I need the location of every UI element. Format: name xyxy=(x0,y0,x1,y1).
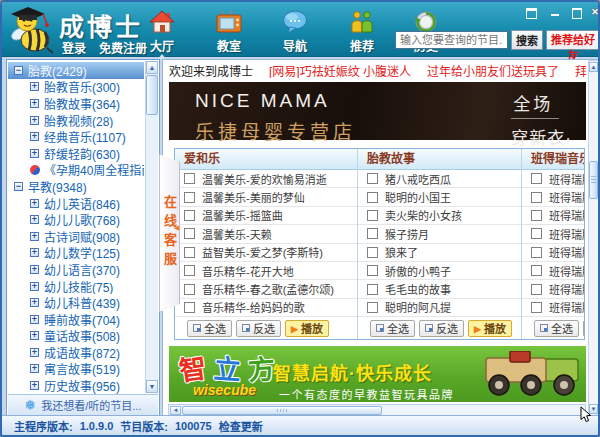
expand-icon[interactable]: + xyxy=(30,82,39,91)
vertical-scrollbar[interactable] xyxy=(588,60,599,416)
item-checkbox[interactable] xyxy=(184,247,195,258)
tree-item[interactable]: +幼儿语言(370) xyxy=(8,261,144,278)
tree-item[interactable]: +胎教视频(28) xyxy=(8,112,144,129)
playlist-item[interactable]: 班得瑞胎教 xyxy=(522,299,585,317)
tree-item[interactable]: +古诗词赋(908) xyxy=(8,228,144,245)
playlist-item[interactable]: 聪明的小国王 xyxy=(358,188,521,206)
item-checkbox[interactable] xyxy=(184,173,195,184)
vscrollbar-thumb[interactable] xyxy=(589,161,598,199)
marquee-ad-link[interactable]: 拜年小节目,意外的感觉 xyxy=(575,63,586,78)
playlist-item[interactable]: 音乐精华-给妈妈的歌 xyxy=(175,299,357,317)
expand-icon[interactable]: + xyxy=(30,99,39,108)
tree-item[interactable]: 《孕期40周全程指南》 xyxy=(8,162,144,179)
nav-item-classroom[interactable]: 教室 xyxy=(205,8,253,54)
scroll-up-icon[interactable] xyxy=(146,61,158,74)
item-checkbox[interactable] xyxy=(184,210,195,221)
item-checkbox[interactable] xyxy=(367,284,378,295)
expand-icon[interactable]: + xyxy=(30,381,39,390)
select-all-button[interactable]: 全选 xyxy=(187,320,232,337)
search-input[interactable] xyxy=(395,31,508,49)
item-checkbox[interactable] xyxy=(531,284,542,295)
tree-item[interactable]: +幼儿数学(125) xyxy=(8,245,144,262)
item-checkbox[interactable] xyxy=(184,228,195,239)
select-all-button[interactable]: 全选 xyxy=(370,320,415,337)
tree-item[interactable]: +童话故事(508) xyxy=(8,328,144,345)
playlist-item[interactable]: 温馨美乐-摇篮曲 xyxy=(175,207,357,225)
select-all-button[interactable]: 全选 xyxy=(534,320,579,337)
scroll-down-icon[interactable] xyxy=(146,380,158,393)
playlist-item[interactable]: 卖火柴的小女孩 xyxy=(358,207,521,225)
playlist-item[interactable]: 班得瑞胎教 xyxy=(522,262,585,280)
scroll-left-icon[interactable] xyxy=(170,406,181,415)
item-checkbox[interactable] xyxy=(184,302,195,313)
item-checkbox[interactable] xyxy=(184,284,195,295)
tab-collapse-arrow-icon[interactable] xyxy=(174,224,179,232)
tree-item[interactable]: +睡前故事(704) xyxy=(8,311,144,328)
playlist-item[interactable]: 音乐精华-春之歌(孟德尔颂) xyxy=(175,280,357,298)
playlist-item[interactable]: 班得瑞胎教 xyxy=(522,207,585,225)
item-checkbox[interactable] xyxy=(531,210,542,221)
recommend-to-friends-button[interactable]: 推荐给好友 xyxy=(546,30,600,50)
invert-selection-button[interactable]: 反选 xyxy=(583,320,585,337)
top-ad-banner[interactable]: NICE MAMA 乐捷母婴专营店 全场 穿新衣· xyxy=(169,82,586,140)
marquee-ad-link[interactable]: 过年给小朋友们送玩具了 xyxy=(427,63,559,78)
expand-icon[interactable]: + xyxy=(30,282,39,291)
expand-icon[interactable]: + xyxy=(30,331,39,340)
tree-item[interactable]: −胎教(2429) xyxy=(8,62,144,79)
check-update-link[interactable]: 检查更新 xyxy=(219,418,263,434)
playlist-item[interactable]: 音乐精华-花开大地 xyxy=(175,262,357,280)
playlist-item[interactable]: 猪八戒吃西瓜 xyxy=(358,170,521,188)
item-checkbox[interactable] xyxy=(531,192,542,203)
item-checkbox[interactable] xyxy=(531,228,542,239)
expand-icon[interactable]: + xyxy=(30,248,39,257)
online-service-tab[interactable]: 在线客服 xyxy=(159,154,180,312)
item-checkbox[interactable] xyxy=(367,192,378,203)
invert-selection-button[interactable]: 反选 xyxy=(419,320,464,337)
expand-icon[interactable]: + xyxy=(30,116,39,125)
playlist-item[interactable]: 班得瑞胎教 xyxy=(522,225,585,243)
item-checkbox[interactable] xyxy=(531,247,542,258)
collapse-icon[interactable]: − xyxy=(14,182,23,191)
scroll-down-icon[interactable] xyxy=(589,404,598,414)
wishlist-footer[interactable]: 我还想看/听的节目... xyxy=(8,394,158,415)
item-checkbox[interactable] xyxy=(531,302,542,313)
tree-item[interactable]: +胎教音乐(300) xyxy=(8,79,144,96)
expand-icon[interactable]: + xyxy=(30,265,39,274)
item-checkbox[interactable] xyxy=(184,265,195,276)
playlist-item[interactable]: 骄傲的小鸭子 xyxy=(358,262,521,280)
expand-icon[interactable]: + xyxy=(30,149,39,158)
expand-icon[interactable]: + xyxy=(30,232,39,241)
item-checkbox[interactable] xyxy=(367,228,378,239)
item-checkbox[interactable] xyxy=(184,192,195,203)
tree-item[interactable]: +寓言故事(519) xyxy=(8,361,144,378)
playlist-item[interactable]: 狼来了 xyxy=(358,244,521,262)
sidebar-scrollbar[interactable] xyxy=(145,61,158,393)
scroll-up-icon[interactable] xyxy=(589,62,598,72)
playlist-item[interactable]: 温馨美乐-美丽的梦仙 xyxy=(175,188,357,206)
tree-item[interactable]: −早教(9348) xyxy=(8,178,144,195)
skin-button[interactable] xyxy=(524,6,539,19)
playlist-item[interactable]: 聪明的阿凡提 xyxy=(358,299,521,317)
playlist-item[interactable]: 毛毛虫的故事 xyxy=(358,280,521,298)
tree-item[interactable]: +成语故事(872) xyxy=(8,344,144,361)
nav-item-recommend[interactable]: 推荐 xyxy=(338,8,386,54)
playlist-item[interactable]: 猴子捞月 xyxy=(358,225,521,243)
item-checkbox[interactable] xyxy=(531,265,542,276)
maximize-button[interactable] xyxy=(569,6,584,19)
item-checkbox[interactable] xyxy=(367,210,378,221)
collapse-icon[interactable]: − xyxy=(14,66,23,75)
scrollbar-thumb[interactable] xyxy=(146,75,158,115)
item-checkbox[interactable] xyxy=(367,302,378,313)
expand-icon[interactable]: + xyxy=(30,364,39,373)
playlist-item[interactable]: 班得瑞胎教 xyxy=(522,244,585,262)
tree-item[interactable]: +胎教故事(364) xyxy=(8,95,144,112)
tree-item[interactable]: +幼儿儿歌(768) xyxy=(8,211,144,228)
minimize-button[interactable] xyxy=(547,6,562,19)
playlist-item[interactable]: 班得瑞胎教 xyxy=(522,170,585,188)
expand-icon[interactable]: + xyxy=(30,215,39,224)
playlist-item[interactable]: 温馨美乐-天赖 xyxy=(175,225,357,243)
playlist-item[interactable]: 益智美乐-爱之梦(李斯特) xyxy=(175,244,357,262)
marquee-ad-link[interactable]: [网易]巧祛妊娠纹 小腹迷人 xyxy=(269,63,411,78)
expand-icon[interactable]: + xyxy=(30,315,39,324)
item-checkbox[interactable] xyxy=(367,247,378,258)
